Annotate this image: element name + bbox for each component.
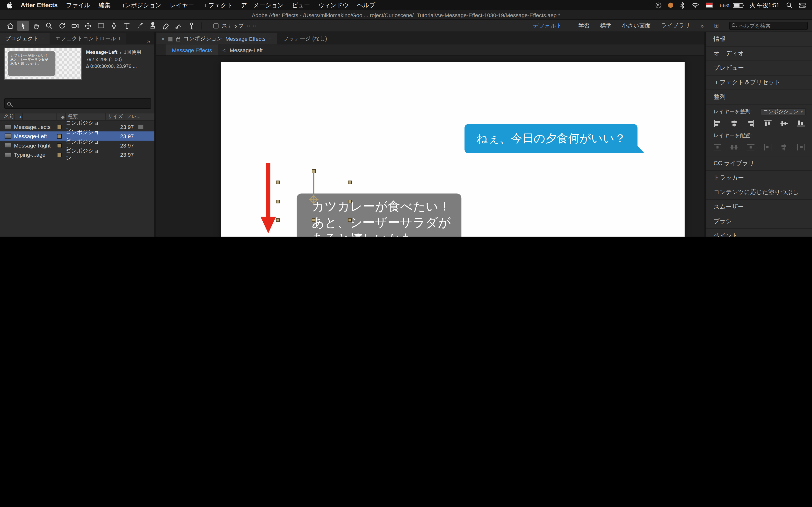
panel-menu-icon[interactable]: ≡ — [269, 36, 272, 42]
snap-checkbox[interactable] — [213, 23, 218, 28]
window-titlebar[interactable]: Adobe After Effects - /Users/mikiomakino… — [0, 10, 812, 20]
brush-tool-button[interactable] — [134, 20, 146, 31]
selection-handle[interactable] — [348, 200, 352, 203]
selection-handle[interactable] — [312, 218, 315, 222]
viewer-pasteboard[interactable]: ねぇ、今日の夕食何がいい？ カツカレーが食べたい！ あと、シーザーサラダが ある… — [156, 56, 704, 237]
battery-indicator[interactable]: 66% — [720, 2, 743, 8]
camera-tool-button[interactable] — [69, 20, 81, 31]
align-v-center-icon[interactable] — [780, 120, 788, 127]
help-search-input[interactable] — [729, 21, 808, 30]
align-left-icon[interactable] — [714, 120, 721, 127]
menu-item[interactable]: エフェクト — [202, 1, 233, 9]
tab-footage[interactable]: フッテージ (なし) — [277, 33, 333, 44]
sidebar-panel[interactable]: エフェクト＆プリセット — [706, 75, 812, 90]
menu-item[interactable]: 編集 — [99, 1, 110, 9]
lock-icon[interactable] — [176, 38, 180, 41]
clone-stamp-tool-button[interactable] — [146, 20, 158, 31]
workspace-default[interactable]: デフォルト≡ — [533, 22, 568, 30]
snap-options-icon[interactable]: ∷ — [247, 23, 250, 28]
selection-handle[interactable] — [276, 200, 280, 203]
menu-item[interactable]: ビュー — [292, 1, 310, 9]
selection-handle[interactable] — [348, 181, 352, 184]
workspace-overflow-chevron[interactable]: » — [701, 22, 704, 29]
project-thumbnail[interactable]: カツカレーが食べたい！ あと、シーザーサラダが あると嬉しいかも。 — [4, 48, 82, 80]
distribute-h-center-icon[interactable] — [780, 144, 788, 151]
align-h-center-icon[interactable] — [730, 120, 738, 127]
menubar-clock[interactable]: 火 午後1:51 — [750, 1, 779, 9]
home-button[interactable] — [4, 20, 16, 31]
apple-icon[interactable] — [6, 1, 12, 9]
menu-item[interactable]: ファイル — [66, 1, 90, 9]
bluetooth-icon[interactable] — [680, 2, 684, 9]
sidebar-panel[interactable]: スムーザー — [706, 200, 812, 214]
text-tool-button[interactable] — [120, 20, 133, 31]
control-center-icon[interactable] — [799, 2, 806, 8]
label-color-chip[interactable] — [57, 124, 62, 129]
zoom-tool-button[interactable] — [43, 20, 55, 31]
selection-handle[interactable] — [276, 181, 280, 184]
app-name[interactable]: After Effects — [21, 1, 58, 9]
sidebar-panel[interactable]: プレビュー — [706, 61, 812, 75]
workspace-grid-icon[interactable]: ⊞ — [714, 22, 719, 29]
panel-menu-icon[interactable]: ≡ — [42, 36, 45, 42]
motion-path-keyframe[interactable] — [312, 169, 316, 173]
sidebar-panel[interactable]: 情報 — [706, 32, 812, 47]
column-type[interactable]: 種類 — [66, 113, 106, 120]
align-bottom-icon[interactable] — [797, 120, 805, 127]
composition-canvas[interactable]: ねぇ、今日の夕食何がいい？ カツカレーが食べたい！ あと、シーザーサラダが ある… — [221, 62, 684, 237]
tab-overflow-chevron[interactable]: » — [143, 38, 154, 45]
tab-project[interactable]: プロジェクト≡ — [0, 33, 50, 44]
column-name[interactable]: 名前▲ — [0, 113, 57, 120]
selection-handle[interactable] — [348, 218, 352, 222]
distribute-left-icon[interactable] — [764, 144, 771, 151]
menu-item[interactable]: ヘルプ — [357, 1, 375, 9]
shape-tool-button[interactable] — [95, 20, 107, 31]
distribute-top-icon[interactable] — [714, 144, 721, 151]
panel-menu-icon[interactable]: ≡ — [802, 94, 805, 100]
sidebar-panel[interactable]: ブラシ — [706, 214, 812, 229]
selection-handle[interactable] — [276, 218, 280, 222]
tab-composition[interactable]: × コンポジション Message Effects ≡ — [156, 33, 277, 44]
sidebar-panel[interactable]: オーディオ — [706, 47, 812, 61]
snap-control[interactable]: スナップ∷∷ — [213, 22, 256, 29]
sidebar-panel[interactable]: ペイント — [706, 229, 812, 237]
workspace-item[interactable]: 標準 — [600, 22, 611, 30]
close-icon[interactable]: × — [162, 36, 165, 42]
column-label-icon[interactable]: ◆ — [57, 113, 66, 120]
column-framerate[interactable]: フレ... — [124, 113, 154, 120]
project-search-input[interactable] — [15, 99, 145, 108]
hand-tool-button[interactable] — [30, 20, 42, 31]
workspace-item[interactable]: 学習 — [578, 22, 590, 30]
selection-tool-button[interactable] — [17, 20, 29, 31]
app-status-icon[interactable] — [668, 3, 673, 8]
sidebar-panel[interactable]: トラッカー — [706, 171, 812, 185]
menu-item[interactable]: コンポジション — [119, 1, 162, 9]
pen-tool-button[interactable] — [108, 20, 120, 31]
breadcrumb-current[interactable]: Message-Left — [230, 47, 263, 53]
puppet-pin-tool-button[interactable] — [185, 20, 197, 31]
sidebar-panel[interactable]: CC ライブラリ — [706, 156, 812, 171]
message-bubble-gray[interactable]: カツカレーが食べたい！ あと、シーザーサラダが あると嬉しいかも。 — [297, 193, 461, 237]
label-color-chip[interactable] — [57, 143, 62, 148]
rotate-tool-button[interactable] — [56, 20, 68, 31]
spotlight-search-icon[interactable] — [786, 2, 793, 8]
label-color-chip[interactable] — [57, 152, 62, 157]
sidebar-panel-align[interactable]: 整列 ≡ — [706, 90, 812, 105]
tab-effect-controls[interactable]: エフェクトコントロール T — [50, 33, 126, 44]
align-top-icon[interactable] — [764, 120, 771, 127]
distribute-v-center-icon[interactable] — [730, 144, 738, 151]
menu-item[interactable]: アニメーション — [241, 1, 284, 9]
message-bubble-blue[interactable]: ねぇ、今日の夕食何がいい？ — [464, 124, 638, 153]
breadcrumb-parent[interactable]: Message Effects — [166, 44, 218, 55]
workspace-menu-icon[interactable]: ≡ — [565, 22, 568, 29]
eraser-tool-button[interactable] — [159, 20, 171, 31]
project-row[interactable]: Typing-...age コンポジション 23.97 — [0, 150, 154, 159]
snap-options2-icon[interactable]: ∷ — [253, 23, 256, 28]
roto-brush-tool-button[interactable] — [172, 20, 185, 31]
anchor-point[interactable] — [310, 196, 317, 203]
distribute-right-icon[interactable] — [797, 144, 805, 151]
distribute-bottom-icon[interactable] — [747, 144, 755, 151]
menu-item[interactable]: ウィンドウ — [318, 1, 349, 9]
input-source-flag-icon[interactable] — [706, 3, 713, 8]
align-right-icon[interactable] — [747, 120, 755, 127]
